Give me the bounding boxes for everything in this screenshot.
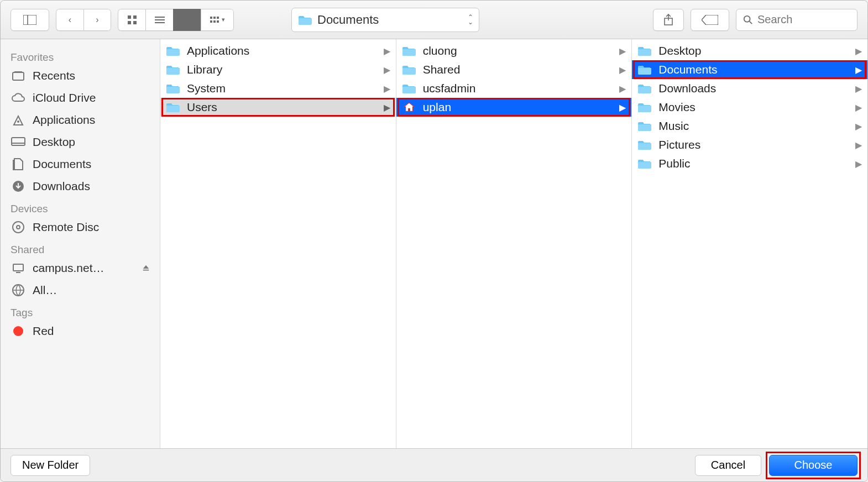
sidebar-item-remote-disc[interactable]: Remote Disc	[1, 216, 160, 238]
folder-row-users[interactable]: Users▶	[160, 98, 396, 117]
folder-icon	[166, 82, 180, 95]
folder-row-system[interactable]: System▶	[160, 79, 396, 98]
chevron-down-icon: ▾	[222, 16, 225, 23]
new-folder-button[interactable]: New Folder	[11, 455, 90, 476]
search-field[interactable]	[736, 9, 857, 31]
folder-label: Documents	[658, 63, 717, 76]
chevron-right-icon: ▶	[855, 65, 862, 75]
folder-icon	[166, 45, 180, 57]
folder-row-ucsfadmin[interactable]: ucsfadmin▶	[396, 79, 632, 98]
sidebar-item-label: Downloads	[33, 180, 90, 193]
sidebar-item-recents[interactable]: Recents	[1, 65, 160, 87]
documents-icon	[11, 156, 26, 172]
folder-row-documents[interactable]: Documents▶	[632, 60, 867, 79]
cancel-button[interactable]: Cancel	[695, 455, 761, 476]
home-icon	[402, 101, 416, 113]
tag-icon	[702, 15, 718, 25]
view-gallery-button[interactable]: ▾	[201, 9, 234, 31]
folder-label: Movies	[658, 101, 696, 114]
folder-icon	[402, 64, 416, 76]
sidebar-icon	[23, 15, 36, 25]
share-button[interactable]	[653, 9, 684, 31]
chevron-left-icon: ‹	[69, 15, 71, 25]
chevron-right-icon: ▶	[619, 83, 626, 94]
folder-row-downloads[interactable]: Downloads▶	[632, 79, 867, 98]
location-popup-button[interactable]: Documents ⌃⌄	[291, 8, 479, 32]
sidebar-item-all-[interactable]: All…	[1, 279, 160, 301]
view-icons-button[interactable]	[118, 9, 145, 31]
folder-row-library[interactable]: Library▶	[160, 60, 396, 79]
sidebar-item-campus-net-[interactable]: campus.net…	[1, 257, 160, 279]
chevron-right-icon: ▶	[855, 159, 862, 169]
svg-rect-18	[217, 17, 219, 19]
sidebar-item-label: Desktop	[33, 135, 75, 149]
forward-button[interactable]: ›	[83, 9, 111, 31]
folder-row-movies[interactable]: Movies▶	[632, 98, 867, 117]
sidebar-section-title: Tags	[1, 301, 160, 320]
folder-icon	[637, 82, 652, 95]
column-0: Applications▶Library▶System▶Users▶	[160, 39, 396, 448]
folder-icon	[637, 158, 652, 170]
network-icon	[11, 282, 26, 298]
svg-rect-31	[14, 265, 23, 270]
folder-row-desktop[interactable]: Desktop▶	[632, 41, 867, 60]
folder-label: Library	[187, 63, 222, 76]
folder-label: Downloads	[658, 82, 716, 95]
folder-icon	[402, 45, 416, 57]
chevron-right-icon: ▶	[855, 140, 862, 150]
disc-icon	[11, 219, 26, 235]
sidebar-item-label: Remote Disc	[33, 221, 99, 234]
folder-icon	[299, 14, 312, 25]
folder-label: Pictures	[658, 138, 700, 151]
svg-rect-20	[213, 20, 216, 23]
stepper-icon: ⌃⌄	[468, 15, 473, 25]
folder-icon	[402, 82, 416, 95]
icons-view-icon	[127, 15, 137, 25]
folder-row-cluong[interactable]: cluong▶	[396, 41, 632, 60]
search-input[interactable]	[757, 13, 868, 26]
search-icon	[743, 15, 753, 25]
folder-row-pictures[interactable]: Pictures▶	[632, 135, 867, 154]
tags-button[interactable]	[691, 9, 729, 31]
folder-icon	[637, 101, 652, 113]
folder-row-music[interactable]: Music▶	[632, 117, 867, 135]
downloads-icon	[11, 179, 26, 194]
chevron-right-icon: ›	[96, 15, 98, 25]
chevron-right-icon: ▶	[619, 65, 626, 75]
svg-rect-19	[210, 20, 212, 23]
folder-row-applications[interactable]: Applications▶	[160, 41, 396, 60]
folder-icon	[637, 45, 652, 57]
sidebar-item-downloads[interactable]: Downloads	[1, 175, 160, 197]
sidebar-item-label: Red	[33, 324, 54, 338]
back-button[interactable]: ‹	[56, 9, 83, 31]
view-columns-button[interactable]	[173, 9, 201, 31]
sidebar-item-applications[interactable]: Applications	[1, 109, 160, 131]
sidebar-item-icloud-drive[interactable]: iCloud Drive	[1, 87, 160, 109]
column-2: Desktop▶Documents▶Downloads▶Movies▶Music…	[632, 39, 867, 448]
chevron-right-icon: ▶	[384, 65, 390, 75]
view-list-button[interactable]	[145, 9, 173, 31]
eject-icon[interactable]	[142, 261, 150, 275]
sidebar-item-documents[interactable]: Documents	[1, 153, 160, 175]
folder-row-shared[interactable]: Shared▶	[396, 60, 632, 79]
sidebar-item-red[interactable]: Red	[1, 320, 160, 342]
sidebar-toggle-button[interactable]	[11, 9, 49, 31]
chevron-right-icon: ▶	[619, 102, 626, 113]
sidebar-item-desktop[interactable]: Desktop	[1, 131, 160, 153]
gallery-view-icon	[210, 16, 219, 24]
svg-rect-23	[14, 71, 22, 73]
sidebar-section-title: Shared	[1, 238, 160, 257]
tag-dot	[11, 323, 26, 339]
folder-row-uplan[interactable]: uplan▶	[396, 98, 632, 117]
svg-rect-7	[133, 15, 137, 19]
svg-point-24	[17, 120, 19, 123]
choose-button[interactable]: Choose	[769, 455, 857, 476]
sidebar-item-label: All…	[33, 284, 57, 297]
columns-view-icon	[182, 15, 193, 24]
folder-label: Desktop	[658, 44, 701, 57]
folder-icon	[166, 64, 180, 76]
folder-row-public[interactable]: Public▶	[632, 154, 867, 173]
location-label: Documents	[317, 13, 379, 27]
svg-rect-8	[128, 21, 131, 24]
folder-label: Applications	[187, 44, 249, 57]
